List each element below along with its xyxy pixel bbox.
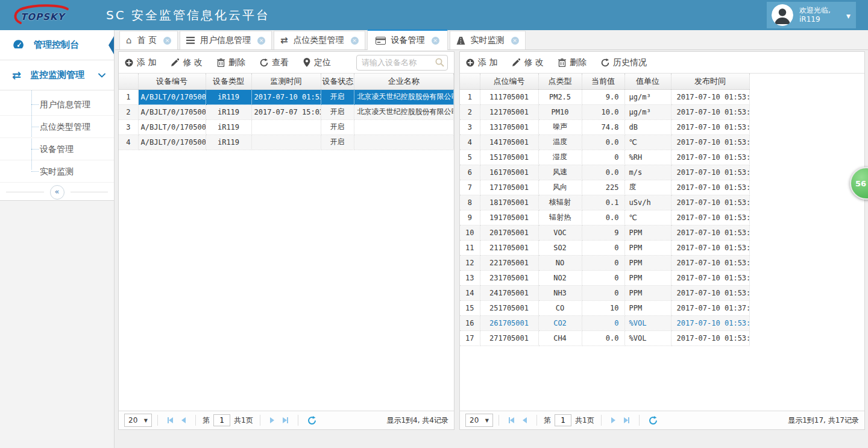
history-button[interactable]: 历史情况 [601, 57, 647, 68]
table-row[interactable]: 12221705001NO0PPM2017-07-10 01:53:21 [460, 255, 749, 270]
table-row[interactable]: 1A/BJLT/0/1705001iR1192017-07-10 01:53:2… [119, 89, 454, 104]
tab-point-type[interactable]: ⇄ 点位类型管理 × [274, 31, 365, 49]
table-row[interactable]: 17271705001CH40.0%VOL2017-07-10 01:53:21 [460, 330, 749, 345]
column-header[interactable]: 设备状态 [321, 74, 354, 89]
pager-last-button[interactable] [624, 417, 629, 423]
table-row[interactable]: 8181705001核辐射0.1uSv/h2017-07-10 01:53:21 [460, 195, 749, 210]
pager-next-button[interactable] [611, 417, 615, 423]
column-header-rownum[interactable] [460, 74, 480, 89]
tab-device-mgmt[interactable]: 设备管理 × [367, 30, 448, 50]
table-cell: 北京凌天世纪控股股份有限公司 [354, 89, 454, 104]
table-row[interactable]: 14241705001NH30PPM2017-07-10 01:53:21 [460, 285, 749, 300]
table-cell: μg/m³ [624, 89, 671, 104]
sidebar-collapse-button[interactable]: « [0, 184, 114, 201]
table-cell: 2017-07-07 15:03:05 [251, 104, 321, 119]
close-icon[interactable]: × [511, 37, 519, 45]
locate-button[interactable]: 定位 [303, 57, 331, 68]
table-row[interactable]: 13231705001NO20PPM2017-07-10 01:53:22 [460, 270, 749, 285]
column-header[interactable]: 设备编号 [138, 74, 206, 89]
column-header[interactable]: 监测时间 [251, 74, 321, 89]
sidebar-item-console[interactable]: 管理控制台 [0, 30, 114, 60]
sidebar-menu: 管理控制台 ⇄ 监控监测管理 用户信息管理 点位类型管理 设备管理 实时监测 « [0, 30, 114, 201]
table-cell: ℃ [624, 210, 671, 225]
table-row[interactable]: 3A/BJLT/0/1705003iR119开启 [119, 119, 454, 134]
search-icon[interactable] [435, 58, 444, 69]
edit-button[interactable]: 修 改 [171, 57, 202, 68]
table-row[interactable]: 9191705001辐射热0.0℃2017-07-10 01:53:21 [460, 210, 749, 225]
pager-prev-button[interactable] [523, 417, 527, 423]
divider [536, 415, 537, 426]
column-header[interactable]: 当前值 [582, 74, 624, 89]
table-cell: 度 [624, 180, 671, 195]
table-cell: PPM [624, 225, 671, 240]
table-row[interactable]: 4141705001温度0.0℃2017-07-10 01:53:22 [460, 134, 749, 150]
pager-last-button[interactable] [283, 417, 288, 423]
device-card-icon [376, 37, 386, 45]
divider [6, 192, 44, 192]
table-row[interactable]: 7171705001风向225度2017-07-10 01:53:21 [460, 180, 749, 195]
sidebar-item-user-info[interactable]: 用户信息管理 [0, 93, 114, 116]
search-input[interactable] [356, 55, 448, 71]
column-header[interactable]: 企业名称 [354, 74, 454, 89]
table-cell: A/BJLT/0/1705002 [138, 104, 206, 119]
pager-prev-button[interactable] [181, 417, 186, 423]
view-button[interactable]: 查看 [260, 57, 289, 68]
column-header-rownum[interactable] [119, 74, 138, 89]
chevron-down-icon [98, 73, 105, 78]
table-cell: 2017-07-10 01:53:22 [671, 315, 749, 330]
table-cell: 10 [582, 300, 624, 315]
close-icon[interactable]: × [351, 37, 359, 45]
page-number-input[interactable] [213, 414, 230, 426]
table-row[interactable]: 11211705001SO20PPM2017-07-10 01:53:22 [460, 240, 749, 255]
column-header[interactable]: 点类型 [538, 74, 582, 89]
close-icon[interactable]: × [163, 37, 171, 45]
table-row[interactable]: 16261705001CO20%VOL2017-07-10 01:53:22 [460, 315, 749, 330]
pager-first-button[interactable] [509, 417, 514, 423]
page-number-input[interactable] [555, 414, 571, 426]
column-header[interactable]: 值单位 [624, 74, 671, 89]
pager-first-button[interactable] [168, 417, 173, 423]
column-header[interactable]: 设备类型 [206, 74, 251, 89]
page-size-select[interactable]: 20 ▼ [124, 414, 152, 427]
table-cell: 211705001 [480, 240, 538, 255]
user-menu[interactable]: 欢迎光临, iR119 ▼ [767, 2, 856, 28]
table-row[interactable]: 1111705001PM2.59.0μg/m³2017-07-10 01:53:… [460, 89, 749, 104]
table-row[interactable]: 2121705001PM1010.0μg/m³2017-07-10 01:53:… [460, 104, 749, 119]
table-cell [251, 134, 321, 150]
sidebar-item-monitor-mgmt[interactable]: ⇄ 监控监测管理 [0, 60, 114, 90]
tab-user-info[interactable]: 用户信息管理 × [180, 31, 272, 49]
delete-button[interactable]: 删除 [217, 57, 245, 68]
pager-refresh-button[interactable] [649, 416, 658, 425]
table-row[interactable]: 3131705001噪声74.8dB2017-07-10 01:53:22 [460, 119, 749, 134]
table-cell: 开启 [321, 104, 354, 119]
table-cell: 16 [460, 315, 480, 330]
table-row[interactable]: 5151705001湿度0%RH2017-07-10 01:53:22 [460, 150, 749, 165]
edit-button[interactable]: 修 改 [512, 57, 543, 68]
sidebar-item-device-mgmt[interactable]: 设备管理 [0, 138, 114, 160]
pager-next-button[interactable] [270, 417, 274, 423]
table-cell: 2 [460, 104, 480, 119]
close-icon[interactable]: × [432, 37, 439, 45]
pager-refresh-button[interactable] [307, 416, 316, 425]
sidebar-item-point-type[interactable]: 点位类型管理 [0, 116, 114, 138]
tab-home[interactable]: ⌂ 首 页 × [119, 31, 178, 49]
close-icon[interactable]: × [257, 37, 265, 45]
delete-button-label: 删除 [570, 57, 587, 68]
sidebar-item-realtime[interactable]: 实时监测 [0, 160, 114, 183]
column-header[interactable]: 发布时间 [671, 74, 749, 89]
table-cell: 开启 [321, 89, 354, 104]
add-button[interactable]: 添 加 [125, 57, 156, 68]
active-item-marker [108, 36, 114, 54]
add-button[interactable]: 添 加 [466, 57, 497, 68]
table-row[interactable]: 15251705001CO10PPM2017-07-10 01:37:01 [460, 300, 749, 315]
table-row[interactable]: 10201705001VOC9PPM2017-07-10 01:53:22 [460, 225, 749, 240]
page-size-select[interactable]: 20 ▼ [465, 414, 493, 427]
table-cell: %VOL [624, 315, 671, 330]
table-row[interactable]: 4A/BJLT/0/1705004iR119开启 [119, 134, 454, 150]
table-row[interactable]: 6161705001风速0.0m/s2017-07-10 01:53:21 [460, 165, 749, 180]
delete-button[interactable]: 删除 [558, 57, 587, 68]
tab-realtime[interactable]: 实时监测 × [450, 31, 526, 49]
device-pager: 20 ▼ 第 共1页 显示1到4, 共4记录 [119, 411, 454, 429]
table-row[interactable]: 2A/BJLT/0/1705002iR1192017-07-07 15:03:0… [119, 104, 454, 119]
column-header[interactable]: 点位编号 [480, 74, 538, 89]
